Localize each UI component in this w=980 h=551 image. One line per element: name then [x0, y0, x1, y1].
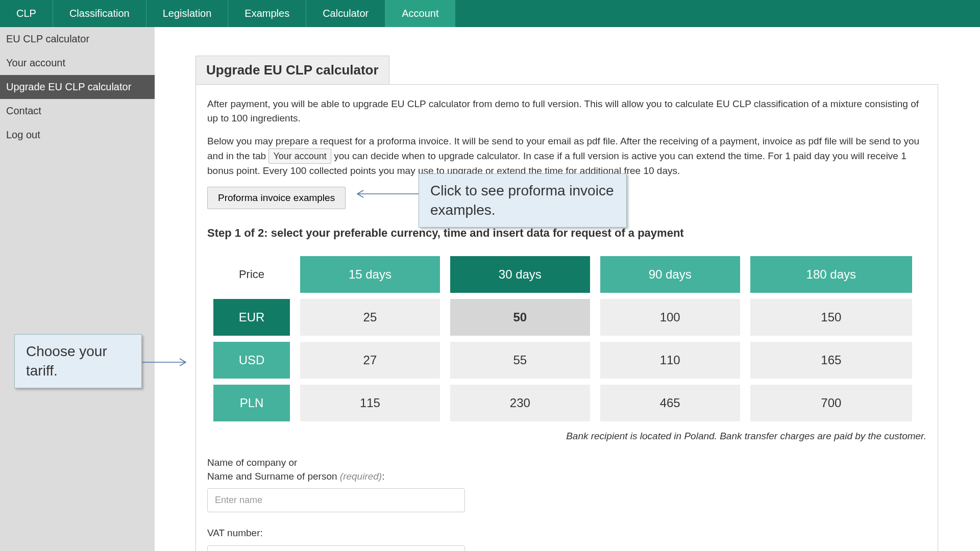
sidebar: EU CLP calculator Your account Upgrade E… — [0, 27, 155, 551]
name-label-line1: Name of company or — [207, 457, 297, 468]
price-row-pln: PLN 115 230 465 700 — [213, 385, 912, 421]
price-header-row: Price 15 days 30 days 90 days 180 days — [213, 256, 912, 293]
bank-note: Bank recipient is located in Poland. Ban… — [207, 431, 926, 442]
period-30-days[interactable]: 30 days — [450, 256, 590, 293]
price-eur-90[interactable]: 100 — [600, 299, 740, 336]
name-label: Name of company or Name and Surname of p… — [207, 456, 926, 483]
sidebar-item-upgrade[interactable]: Upgrade EU CLP calculator — [0, 75, 155, 99]
nav-examples[interactable]: Examples — [228, 0, 306, 27]
nav-clp[interactable]: CLP — [0, 0, 53, 27]
currency-eur[interactable]: EUR — [213, 299, 290, 336]
proforma-examples-button[interactable]: Proforma invoice examples — [207, 187, 346, 209]
top-nav: CLP Classification Legislation Examples … — [0, 0, 980, 27]
price-eur-15[interactable]: 25 — [300, 299, 440, 336]
nav-legislation[interactable]: Legislation — [146, 0, 229, 27]
price-pln-15[interactable]: 115 — [300, 385, 440, 421]
period-180-days[interactable]: 180 days — [750, 256, 912, 293]
price-pln-30[interactable]: 230 — [450, 385, 590, 421]
price-usd-90[interactable]: 110 — [600, 342, 740, 379]
callout-tariff: Choose your tariff. — [14, 334, 142, 388]
currency-pln[interactable]: PLN — [213, 385, 290, 421]
price-row-usd: USD 27 55 110 165 — [213, 342, 912, 379]
step-heading: Step 1 of 2: select your preferable curr… — [207, 227, 926, 240]
price-pln-180[interactable]: 700 — [750, 385, 912, 421]
intro-paragraph-1: After payment, you will be able to upgra… — [207, 97, 926, 125]
your-account-chip[interactable]: Your account — [268, 148, 331, 164]
price-row-eur: EUR 25 50 100 150 — [213, 299, 912, 336]
vat-label: VAT number: — [207, 527, 926, 540]
price-table: Price 15 days 30 days 90 days 180 days E… — [203, 250, 922, 428]
period-15-days[interactable]: 15 days — [300, 256, 440, 293]
price-eur-30[interactable]: 50 — [450, 299, 590, 336]
price-usd-30[interactable]: 55 — [450, 342, 590, 379]
upgrade-panel: After payment, you will be able to upgra… — [195, 84, 938, 551]
nav-account[interactable]: Account — [385, 0, 455, 27]
nav-calculator[interactable]: Calculator — [306, 0, 385, 27]
main-content: Upgrade EU CLP calculator After payment,… — [155, 27, 980, 551]
vat-input[interactable] — [207, 545, 465, 551]
price-corner-label: Price — [213, 256, 290, 293]
name-label-line2: Name and Surname of person — [207, 471, 340, 482]
currency-usd[interactable]: USD — [213, 342, 290, 379]
name-colon: : — [382, 471, 384, 482]
price-pln-90[interactable]: 465 — [600, 385, 740, 421]
price-usd-180[interactable]: 165 — [750, 342, 912, 379]
panel-title: Upgrade EU CLP calculator — [195, 56, 389, 85]
sidebar-item-logout[interactable]: Log out — [0, 123, 155, 147]
intro-paragraph-2: Below you may prepare a request for a pr… — [207, 134, 926, 178]
price-eur-180[interactable]: 150 — [750, 299, 912, 336]
sidebar-item-contact[interactable]: Contact — [0, 99, 155, 123]
sidebar-item-your-account[interactable]: Your account — [0, 51, 155, 75]
callout-proforma: Click to see proforma invoice examples. — [419, 173, 627, 228]
nav-classification[interactable]: Classification — [53, 0, 146, 27]
period-90-days[interactable]: 90 days — [600, 256, 740, 293]
name-input[interactable] — [207, 488, 465, 512]
sidebar-item-calculator[interactable]: EU CLP calculator — [0, 27, 155, 51]
name-required: (required) — [340, 471, 382, 482]
price-usd-15[interactable]: 27 — [300, 342, 440, 379]
